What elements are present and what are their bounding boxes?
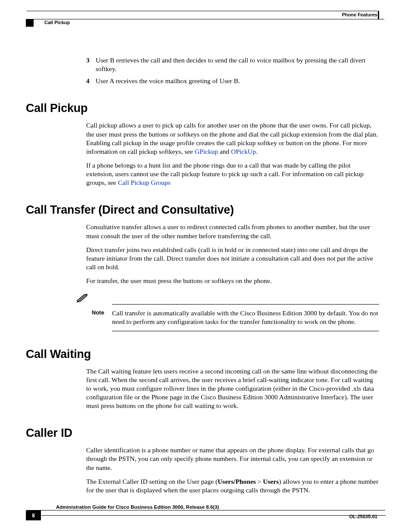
heading-caller-id: Caller ID: [26, 426, 379, 440]
header-rule-bot: [34, 19, 384, 19]
text: .: [256, 148, 258, 155]
heading-call-transfer: Call Transfer (Direct and Consultative): [26, 203, 379, 217]
paragraph: Call pickup allows a user to pick up cal…: [86, 121, 379, 156]
link-opickup[interactable]: OPickUp: [231, 148, 256, 155]
text: and: [218, 148, 231, 155]
header-rule-top: [27, 11, 377, 11]
svg-line-2: [80, 296, 87, 302]
list-item: 4 User A receives the voice mailbox gree…: [86, 77, 379, 85]
svg-line-1: [78, 295, 86, 301]
breadcrumb-part: Users/Phones: [218, 478, 256, 485]
paragraph: The External Caller ID setting on the Us…: [86, 477, 379, 495]
footer-rule-top: [27, 510, 385, 510]
note-rule-top: [112, 304, 379, 305]
note-icon: [75, 293, 90, 303]
text: The External Caller ID setting on the Us…: [86, 478, 218, 485]
paragraph: Caller identification is a phone number …: [86, 446, 379, 472]
page: Phone Features Call Pickup 3 User B retr…: [0, 0, 411, 532]
note-label: Note: [75, 309, 112, 316]
header-right-bar: [378, 11, 379, 19]
link-gpickup[interactable]: GPickup: [195, 148, 218, 155]
paragraph: For transfer, the user must press the bu…: [86, 277, 379, 285]
list-item: 3 User B retrieves the call and then dec…: [86, 56, 379, 73]
footer-title: Administration Guide for Cisco Business …: [56, 504, 219, 510]
paragraph: The Call waiting feature lets users rece…: [86, 367, 379, 411]
list-number: 3: [86, 56, 96, 73]
link-call-pickup-groups[interactable]: Call Pickup Groups: [118, 179, 171, 186]
page-number: 8: [26, 510, 41, 520]
heading-call-pickup: Call Pickup: [26, 102, 379, 115]
note-block: Note Call transfer is automatically avai…: [75, 293, 379, 331]
paragraph: If a phone belongs to a hunt list and th…: [86, 161, 379, 187]
footer-rule-bottom: [41, 515, 386, 516]
note-body: Call transfer is automatically available…: [112, 309, 379, 326]
note-rule-bottom: [112, 331, 379, 331]
note-row: Note Call transfer is automatically avai…: [75, 309, 379, 326]
paragraph: Direct transfer joins two established ca…: [86, 246, 379, 271]
list-number: 4: [86, 77, 96, 85]
content: 3 User B retrieves the call and then dec…: [26, 56, 379, 500]
footer-docid: OL-25035-01: [349, 514, 377, 519]
breadcrumb-part: Users: [263, 478, 279, 485]
list-text: User B retrieves the call and then decid…: [96, 56, 379, 73]
svg-line-0: [77, 295, 84, 301]
paragraph: Consultative transfer allows a user to r…: [86, 223, 379, 240]
text: >: [256, 478, 263, 485]
header-section: Call Pickup: [44, 20, 70, 25]
heading-call-waiting: Call Waiting: [26, 348, 379, 361]
list-text: User A receives the voice mailbox greeti…: [96, 77, 379, 85]
header-chapter: Phone Features: [342, 12, 377, 17]
header-left-block: [26, 19, 34, 27]
